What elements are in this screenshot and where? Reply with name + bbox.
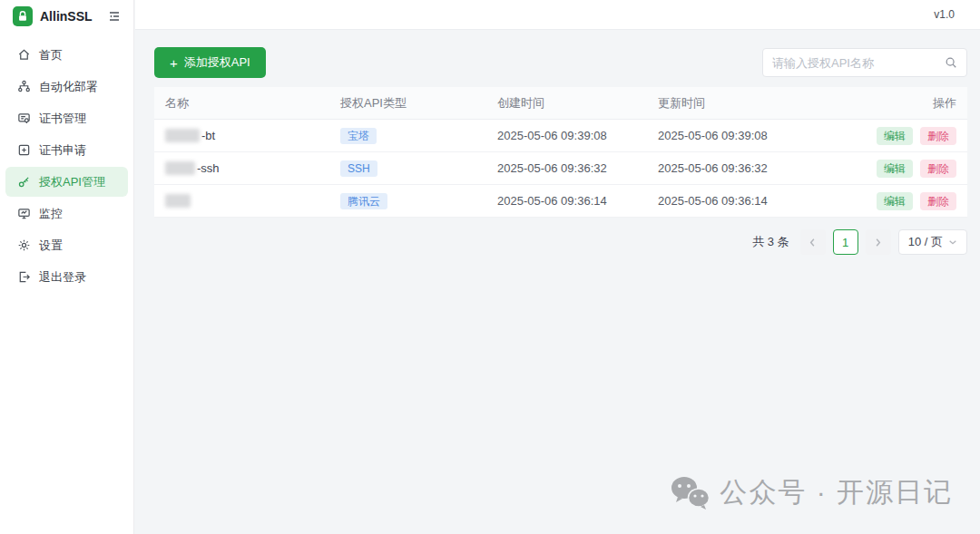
- search-icon[interactable]: [945, 56, 957, 69]
- add-api-button[interactable]: + 添加授权API: [154, 47, 266, 78]
- col-header-actions: 操作: [842, 95, 956, 112]
- cell-actions: 编辑 删除: [842, 160, 956, 178]
- deploy-icon: [16, 80, 31, 94]
- delete-button[interactable]: 删除: [920, 160, 956, 178]
- type-badge: 宝塔: [340, 128, 377, 144]
- page-number-button[interactable]: 1: [833, 229, 858, 255]
- watermark-text: 公众号 · 开源日记: [720, 474, 953, 511]
- cell-name: [160, 194, 340, 208]
- col-header-name: 名称: [160, 95, 340, 112]
- prev-page-button[interactable]: [800, 229, 826, 255]
- cert-manage-icon: [16, 112, 31, 126]
- sidebar-item-settings[interactable]: 设置: [5, 230, 128, 260]
- table-header-row: 名称 授权API类型 创建时间 更新时间 操作: [154, 87, 967, 120]
- cell-type: 宝塔: [340, 128, 497, 144]
- sidebar-item-cert-apply[interactable]: 证书申请: [5, 135, 128, 165]
- api-key-icon: [16, 175, 31, 189]
- cert-apply-icon: [16, 143, 31, 158]
- cell-updated: 2025-05-06 09:36:14: [658, 194, 842, 208]
- version-label: v1.0: [934, 8, 955, 21]
- type-badge: SSH: [340, 160, 377, 177]
- sidebar: AllinSSL 首页 自动化部署 证书管理: [0, 0, 134, 534]
- sidebar-item-api-auth[interactable]: 授权API管理: [5, 167, 128, 197]
- cell-actions: 编辑 删除: [842, 192, 956, 210]
- table-row: -bt 宝塔 2025-05-06 09:39:08 2025-05-06 09…: [154, 120, 967, 152]
- search-input[interactable]: [772, 56, 945, 70]
- cell-name: -bt: [160, 129, 340, 142]
- cell-actions: 编辑 删除: [842, 127, 956, 145]
- sidebar-item-monitor[interactable]: 监控: [5, 199, 128, 228]
- edit-button[interactable]: 编辑: [877, 192, 913, 210]
- app-logo: [13, 6, 33, 26]
- table-row: 腾讯云 2025-05-06 09:36:14 2025-05-06 09:36…: [154, 185, 967, 218]
- watermark: 公众号 · 开源日记: [671, 474, 953, 511]
- sidebar-item-label: 授权API管理: [39, 174, 105, 190]
- delete-button[interactable]: 删除: [920, 192, 956, 210]
- table-row: -ssh SSH 2025-05-06 09:36:32 2025-05-06 …: [154, 152, 967, 185]
- search-box[interactable]: [762, 48, 967, 77]
- redacted-name: [165, 161, 195, 175]
- monitor-icon: [16, 207, 31, 221]
- edit-button[interactable]: 编辑: [877, 160, 913, 178]
- cell-type: SSH: [340, 160, 497, 177]
- logout-icon: [16, 270, 31, 285]
- main-area: v1.0 + 添加授权API 名称 授权API类型 创建时间 更新时间 操作: [135, 0, 980, 534]
- sidebar-item-home[interactable]: 首页: [5, 40, 128, 70]
- col-header-created: 创建时间: [497, 95, 658, 112]
- sidebar-item-logout[interactable]: 退出登录: [5, 262, 128, 292]
- api-table: 名称 授权API类型 创建时间 更新时间 操作 -bt 宝塔 2025-05-0…: [154, 87, 967, 218]
- pagination-total: 共 3 条: [752, 234, 789, 250]
- cell-updated: 2025-05-06 09:39:08: [658, 129, 842, 142]
- sidebar-item-label: 设置: [39, 238, 63, 254]
- logo-row: AllinSSL: [0, 0, 133, 33]
- sidebar-item-label: 自动化部署: [39, 79, 98, 95]
- redacted-name: [165, 194, 191, 208]
- wechat-icon: [671, 476, 710, 510]
- cell-type: 腾讯云: [340, 193, 497, 209]
- topbar: v1.0: [135, 0, 980, 30]
- page-size-select[interactable]: 10 / 页: [898, 229, 967, 255]
- sidebar-item-label: 证书管理: [39, 111, 86, 127]
- lock-icon: [16, 10, 29, 23]
- redacted-name: [165, 129, 200, 142]
- sidebar-item-label: 首页: [39, 47, 63, 63]
- plus-icon: +: [170, 56, 178, 70]
- type-badge: 腾讯云: [340, 193, 387, 209]
- app-title: AllinSSL: [40, 9, 106, 24]
- cell-name: -ssh: [160, 161, 340, 175]
- edit-button[interactable]: 编辑: [877, 127, 913, 145]
- cell-created: 2025-05-06 09:39:08: [497, 129, 658, 142]
- sidebar-item-label: 退出登录: [39, 269, 86, 286]
- content-area: + 添加授权API 名称 授权API类型 创建时间 更新时间 操作 -bt: [135, 30, 980, 255]
- sidebar-menu: 首页 自动化部署 证书管理 证书申请 授权API管理: [0, 40, 133, 292]
- chevron-right-icon: [873, 238, 883, 248]
- cell-created: 2025-05-06 09:36:32: [497, 161, 658, 175]
- next-page-button[interactable]: [866, 229, 891, 255]
- col-header-updated: 更新时间: [658, 95, 842, 112]
- sidebar-item-auto-deploy[interactable]: 自动化部署: [5, 72, 128, 102]
- sidebar-item-label: 监控: [39, 206, 63, 222]
- menu-fold-icon[interactable]: [106, 8, 122, 24]
- pagination: 共 3 条 1 10 / 页: [154, 229, 967, 255]
- name-suffix: -bt: [201, 129, 215, 142]
- home-icon: [16, 48, 31, 63]
- name-suffix: -ssh: [197, 161, 220, 175]
- delete-button[interactable]: 删除: [920, 127, 956, 145]
- chevron-down-icon: [948, 238, 957, 247]
- gear-icon: [16, 238, 31, 253]
- add-api-button-label: 添加授权API: [184, 54, 250, 71]
- sidebar-item-cert-manage[interactable]: 证书管理: [5, 103, 128, 133]
- col-header-type: 授权API类型: [340, 95, 497, 112]
- sidebar-item-label: 证书申请: [39, 142, 86, 159]
- page-size-value: 10 / 页: [908, 234, 943, 250]
- toolbar: + 添加授权API: [154, 47, 967, 78]
- chevron-left-icon: [808, 238, 818, 248]
- cell-updated: 2025-05-06 09:36:32: [658, 161, 842, 175]
- cell-created: 2025-05-06 09:36:14: [497, 194, 658, 208]
